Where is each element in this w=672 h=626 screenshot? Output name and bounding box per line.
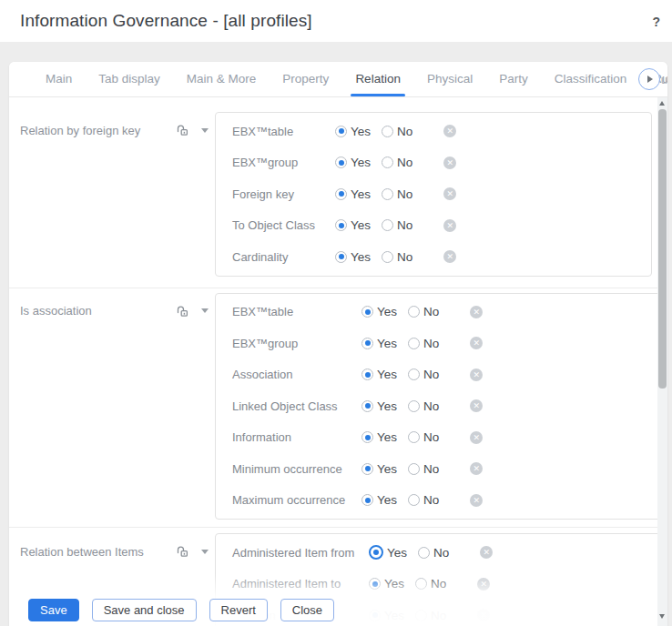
radio-yes[interactable]: Yes [361,493,397,507]
radio-no-control[interactable] [408,338,420,349]
tab-main[interactable]: Main [46,62,72,96]
tab-classification[interactable]: Classification [555,62,627,96]
revert-button[interactable]: Revert [209,599,268,621]
radio-yes-control[interactable] [369,545,383,560]
radio-yes[interactable]: Yes [369,545,407,560]
clear-value-icon[interactable]: ✕ [477,609,490,621]
radio-no-control[interactable] [418,547,430,559]
radio-yes-control[interactable] [335,251,347,263]
radio-no[interactable]: No [382,187,412,201]
radio-yes-control[interactable] [335,156,347,168]
tab-relation[interactable]: Relation [355,62,401,96]
clear-value-icon[interactable]: ✕ [443,250,456,263]
radio-no[interactable]: No [382,218,412,232]
radio-yes[interactable]: Yes [361,399,397,413]
tab-property[interactable]: Property [282,62,329,96]
radio-no-control[interactable] [408,369,420,380]
radio-no[interactable]: No [418,546,449,560]
radio-no-label: No [431,577,446,591]
scroll-up-icon[interactable] [659,101,665,106]
title-bar: Information Governance - [all profiles] … [0,0,672,42]
radio-yes-control[interactable] [361,338,373,349]
radio-no-control[interactable] [382,251,393,263]
radio-no-control[interactable] [382,156,393,168]
radio-yes-control[interactable] [361,463,373,475]
radio-yes[interactable]: Yes [369,577,404,591]
radio-yes-control[interactable] [361,369,373,380]
chevron-down-icon[interactable] [201,128,209,133]
clear-value-icon[interactable]: ✕ [443,187,456,200]
radio-yes[interactable]: Yes [361,462,397,476]
clear-value-icon[interactable]: ✕ [477,578,490,591]
radio-yes-control[interactable] [361,306,373,318]
radio-no[interactable]: No [408,368,439,381]
radio-yes[interactable]: Yes [335,187,371,201]
radio-yes[interactable]: Yes [335,125,371,138]
radio-no[interactable]: No [382,250,412,264]
save-button[interactable]: Save [28,599,79,621]
radio-yes[interactable]: Yes [335,156,371,169]
clear-value-icon[interactable]: ✕ [470,369,483,381]
radio-no-control[interactable] [382,219,393,231]
radio-no-control[interactable] [415,610,427,621]
clear-value-icon[interactable]: ✕ [470,494,483,507]
radio-yes-control[interactable] [335,219,347,231]
chevron-down-icon[interactable] [201,308,209,313]
radio-no[interactable]: No [408,462,439,476]
clear-value-icon[interactable]: ✕ [443,156,456,169]
radio-no-control[interactable] [408,400,420,412]
radio-no-control[interactable] [382,188,393,200]
clear-value-icon[interactable]: ✕ [470,337,483,349]
radio-no-control[interactable] [408,494,420,506]
chevron-down-icon[interactable] [201,550,209,554]
radio-yes-control[interactable] [335,126,347,137]
radio-yes[interactable]: Yes [361,430,397,444]
close-button[interactable]: Close [280,599,334,621]
radio-yes[interactable]: Yes [335,218,371,232]
scroll-down-icon[interactable] [659,614,665,619]
clear-value-icon[interactable]: ✕ [470,306,483,318]
radio-no-control[interactable] [415,578,427,590]
vertical-scrollbar[interactable] [657,97,667,626]
radio-yes-control[interactable] [361,494,373,506]
radio-no[interactable]: No [382,125,412,138]
radio-yes-control[interactable] [335,188,347,200]
radio-no[interactable]: No [408,305,439,318]
tab-party[interactable]: Party [499,62,528,96]
radio-no[interactable]: No [408,493,439,507]
next-tabs-button[interactable] [638,68,660,90]
clear-value-icon[interactable]: ✕ [480,546,493,559]
radio-no[interactable]: No [415,577,446,591]
clear-value-icon[interactable]: ✕ [443,125,456,137]
save-and-close-button[interactable]: Save and close [92,599,197,621]
radio-yes[interactable]: Yes [369,609,404,622]
tab-main-more[interactable]: Main & More [187,62,257,96]
radio-no-control[interactable] [382,126,393,137]
radio-no-control[interactable] [408,431,420,443]
clear-value-icon[interactable]: ✕ [470,431,483,444]
radio-yes-control[interactable] [361,431,373,443]
clear-value-icon[interactable]: ✕ [470,462,483,475]
clear-value-icon[interactable]: ✕ [443,219,456,232]
radio-no-label: No [397,250,412,264]
clear-value-icon[interactable]: ✕ [470,399,483,412]
help-icon[interactable]: ? [652,15,660,29]
radio-yes[interactable]: Yes [361,337,397,350]
radio-no[interactable]: No [415,609,446,622]
radio-yes[interactable]: Yes [361,368,397,381]
tab-physical[interactable]: Physical [427,62,473,96]
radio-yes-control[interactable] [369,578,381,590]
radio-no[interactable]: No [408,399,439,413]
radio-yes-control[interactable] [361,400,373,412]
radio-no-control[interactable] [408,463,420,475]
option-label: EBX™group [232,337,361,350]
radio-yes[interactable]: Yes [361,305,397,318]
scrollbar-thumb[interactable] [658,109,667,389]
tab-tab-display[interactable]: Tab display [98,62,160,96]
radio-no[interactable]: No [382,156,412,169]
radio-no[interactable]: No [408,430,439,444]
radio-yes[interactable]: Yes [335,250,371,264]
radio-no-control[interactable] [408,306,420,318]
radio-yes-control[interactable] [369,610,381,621]
radio-no[interactable]: No [408,337,439,350]
